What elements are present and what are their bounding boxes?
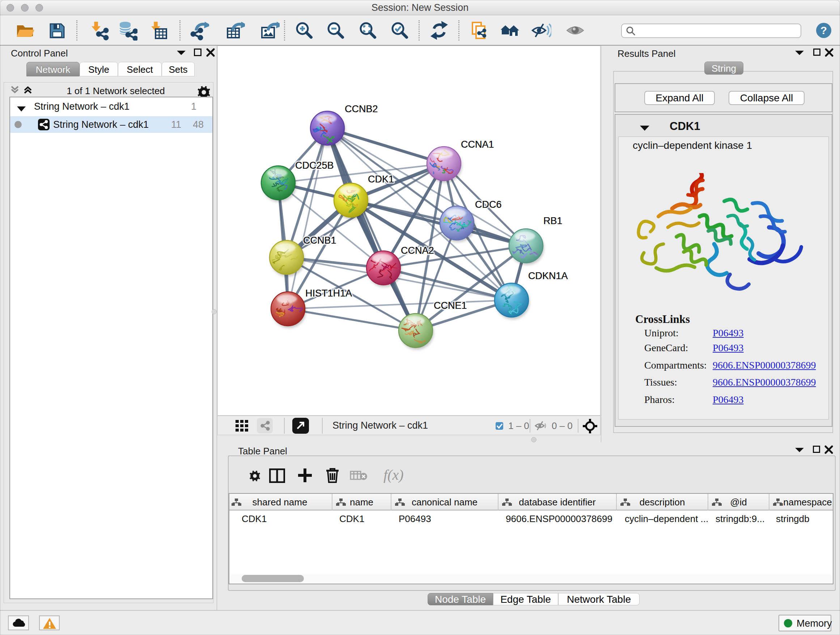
svg-text:CCNB2: CCNB2	[345, 103, 378, 114]
svg-text:CCNE1: CCNE1	[434, 300, 467, 311]
svg-text:CCNB1: CCNB1	[303, 235, 336, 246]
svg-text:CDK1: CDK1	[368, 174, 394, 185]
svg-text:CCNA1: CCNA1	[461, 139, 494, 150]
svg-text:CCNA2: CCNA2	[401, 245, 434, 256]
svg-text:RB1: RB1	[543, 215, 562, 226]
svg-text:CDC25B: CDC25B	[295, 160, 334, 171]
svg-text:CDKN1A: CDKN1A	[528, 271, 568, 281]
svg-text:CDC6: CDC6	[475, 199, 502, 210]
svg-text:HIST1H1A: HIST1H1A	[305, 288, 352, 299]
